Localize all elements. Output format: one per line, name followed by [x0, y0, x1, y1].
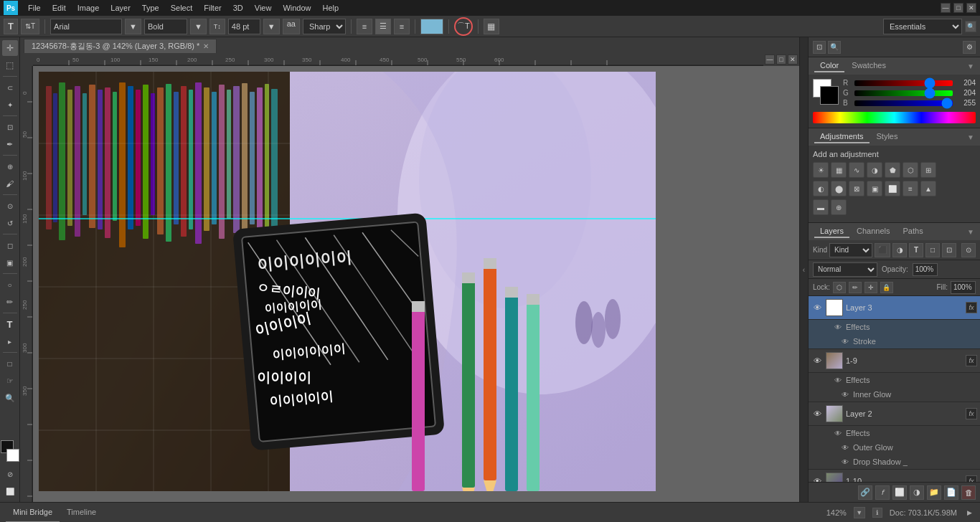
- g-slider[interactable]: [854, 90, 953, 96]
- adj-invert-icon[interactable]: ⬜: [885, 181, 900, 196]
- layer-item-layer3[interactable]: 👁 Layer 3 fx: [809, 296, 980, 320]
- adj-colorbalance-icon[interactable]: ⊞: [920, 162, 936, 178]
- marquee-tool[interactable]: ⬚: [2, 57, 18, 73]
- tab-adjustments[interactable]: Adjustments: [814, 130, 870, 143]
- panel-settings-btn[interactable]: ⚙: [963, 41, 976, 54]
- type-tool[interactable]: T: [2, 316, 18, 332]
- adj-curves-icon[interactable]: ∿: [849, 162, 864, 178]
- lock-image-btn[interactable]: ✏: [849, 282, 862, 293]
- dodge-tool[interactable]: ○: [2, 277, 18, 293]
- font-size-dropdown-btn[interactable]: ▼: [263, 19, 280, 34]
- align-right-btn[interactable]: ≡: [394, 19, 410, 34]
- canvas-info-icon[interactable]: ℹ: [872, 508, 882, 518]
- tab-channels[interactable]: Channels: [851, 225, 895, 238]
- lock-position-btn[interactable]: ✛: [864, 282, 877, 293]
- hand-tool[interactable]: ☞: [2, 373, 18, 389]
- filter-pixel-btn[interactable]: ⬛: [875, 243, 890, 257]
- layer19-visibility-toggle[interactable]: 👁: [811, 355, 823, 366]
- color-panel-header[interactable]: Color Swatches ▼: [809, 57, 980, 75]
- menu-file[interactable]: File: [23, 2, 46, 14]
- color-spectrum[interactable]: [813, 112, 976, 123]
- canvas-tab-close[interactable]: ✕: [203, 42, 209, 50]
- text-color-swatch[interactable]: [420, 19, 443, 34]
- b-slider[interactable]: [854, 100, 953, 106]
- align-left-btn[interactable]: ≡: [357, 19, 372, 34]
- canvas-image[interactable]: 이이이이이이 ㅇㄹ이이이 이이이이이 이이이이 이이이이이이 이이이이 이이이이…: [39, 72, 799, 502]
- menu-window[interactable]: Window: [278, 2, 316, 14]
- adj-selective-color-icon[interactable]: ⊕: [831, 199, 847, 215]
- panel-tool-1[interactable]: ⊡: [813, 41, 826, 54]
- pen-tool[interactable]: ✏: [2, 294, 18, 310]
- layer-mask-btn[interactable]: ⬜: [892, 485, 907, 500]
- filter-type-btn[interactable]: T: [909, 243, 923, 257]
- zoom-tool[interactable]: 🔍: [2, 390, 18, 406]
- history-brush-tool[interactable]: ↺: [2, 215, 18, 231]
- layer-group-btn[interactable]: 📁: [927, 485, 941, 500]
- font-name-input[interactable]: [50, 19, 122, 34]
- tab-layers[interactable]: Layers: [814, 225, 849, 238]
- filter-adjustment-btn[interactable]: ◑: [892, 243, 907, 257]
- tab-color[interactable]: Color: [814, 60, 844, 72]
- adj-hsl-icon[interactable]: ⬡: [903, 162, 918, 178]
- close-btn[interactable]: ✕: [966, 3, 976, 13]
- anti-alias-select[interactable]: Sharp None Crisp Strong Smooth: [303, 19, 346, 34]
- canvas-tab-main[interactable]: 12345678-홍길동-3 @ 142% (Layer 3, RGB/8) *…: [24, 39, 217, 53]
- status-tab-minibridge[interactable]: Mini Bridge: [6, 503, 60, 523]
- canvas-content[interactable]: 이이이이이이 ㅇㄹ이이이 이이이이이 이이이이 이이이이이이 이이이이 이이이이…: [33, 66, 799, 502]
- fill-input[interactable]: [951, 281, 976, 294]
- canvas-minimize-btn[interactable]: —: [765, 54, 775, 65]
- font-name-dropdown-btn[interactable]: ▼: [125, 19, 141, 34]
- adj-exposure-icon[interactable]: ◑: [867, 162, 882, 178]
- layer-delete-btn[interactable]: 🗑: [961, 485, 976, 500]
- lock-all-btn[interactable]: 🔒: [880, 282, 893, 293]
- r-slider[interactable]: [854, 80, 953, 86]
- menu-select[interactable]: Select: [166, 2, 198, 14]
- crop-tool[interactable]: ⊡: [2, 119, 18, 135]
- font-size-input[interactable]: [228, 19, 260, 34]
- adj-threshold-icon[interactable]: ▲: [920, 181, 936, 196]
- layer-new-btn[interactable]: 📄: [944, 485, 958, 500]
- tab-styles[interactable]: Styles: [871, 130, 904, 143]
- brush-tool[interactable]: 🖌: [2, 176, 18, 191]
- adj-brightness-icon[interactable]: ☀: [813, 162, 829, 178]
- right-panel-collapse[interactable]: ‹: [799, 37, 808, 502]
- layer-link-btn[interactable]: 🔗: [858, 485, 872, 500]
- status-tab-timeline[interactable]: Timeline: [60, 503, 103, 523]
- menu-3d[interactable]: 3D: [228, 2, 248, 14]
- menu-image[interactable]: Image: [72, 2, 105, 14]
- layer-style-btn[interactable]: 𝘧: [875, 485, 890, 500]
- blend-mode-select[interactable]: Normal Dissolve Darken Multiply Color Bu…: [813, 262, 877, 277]
- minimize-btn[interactable]: —: [941, 3, 951, 13]
- status-arrow-btn[interactable]: ▶: [964, 508, 974, 518]
- menu-view[interactable]: View: [250, 2, 277, 14]
- menu-filter[interactable]: Filter: [199, 2, 226, 14]
- layer2-effects-eye[interactable]: 👁: [833, 428, 843, 438]
- panel-tool-2[interactable]: 🔍: [828, 41, 841, 54]
- type-orientation-btn[interactable]: ⇅T: [21, 19, 39, 34]
- clone-stamp-tool[interactable]: ⊙: [2, 198, 18, 214]
- layers-panel-header[interactable]: Layers Channels Paths ▼: [809, 223, 980, 240]
- layer19-innerglow-eye[interactable]: 👁: [840, 389, 850, 399]
- gradient-tool[interactable]: ▣: [2, 255, 18, 270]
- zoom-options-btn[interactable]: ▼: [854, 507, 865, 518]
- adj-photo-filter-icon[interactable]: ⬤: [831, 181, 847, 196]
- workspace-search-btn[interactable]: 🔍: [965, 21, 976, 32]
- font-style-input[interactable]: [144, 19, 187, 34]
- align-center-btn[interactable]: ☰: [375, 19, 391, 34]
- layer3-effects-eye[interactable]: 👁: [833, 322, 843, 332]
- shape-tool[interactable]: □: [2, 356, 18, 371]
- layer-adj-btn[interactable]: ◑: [910, 485, 924, 500]
- menu-layer[interactable]: Layer: [105, 2, 136, 14]
- toggle-panels-btn[interactable]: ▦: [484, 19, 499, 34]
- color-panel-collapse-arrow[interactable]: ▼: [967, 62, 974, 70]
- adj-gradient-map-icon[interactable]: ▬: [813, 199, 829, 215]
- workspace-select[interactable]: Essentials Design Painting Photography: [883, 19, 962, 34]
- adj-levels-icon[interactable]: ▦: [831, 162, 847, 178]
- layer3-visibility-toggle[interactable]: 👁: [811, 302, 823, 313]
- kind-select[interactable]: Kind Name Effect Mode Attribute: [829, 243, 872, 257]
- adj-vibrance-icon[interactable]: ⬟: [885, 162, 900, 178]
- layer2-outerglow-eye[interactable]: 👁: [840, 442, 850, 452]
- opacity-input[interactable]: [913, 263, 938, 276]
- filter-smartobj-btn[interactable]: ⊡: [942, 243, 956, 257]
- eyedropper-tool[interactable]: ✒: [2, 136, 18, 152]
